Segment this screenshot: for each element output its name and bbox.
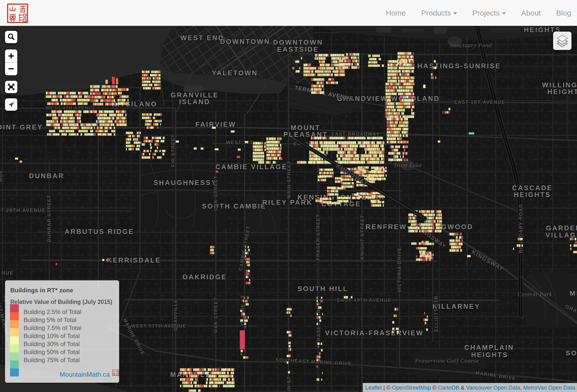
svg-text:OAK STREET: OAK STREET (213, 175, 218, 211)
svg-text:ELLIOTT STR: ELLIOTT STR (434, 296, 439, 332)
svg-text:EAST BROADWAY: EAST BROADWAY (331, 132, 380, 137)
svg-text:DUNBAR: DUNBAR (29, 172, 64, 180)
svg-text:HASTINGS-SUNRISE: HASTINGS-SUNRISE (417, 62, 501, 70)
svg-text:MAIN ST: MAIN ST (286, 376, 292, 392)
svg-text:GRANVILLE: GRANVILLE (171, 91, 219, 99)
svg-text:CAMBIE VILLAGE: CAMBIE VILLAGE (215, 163, 287, 171)
svg-text:NUE: NUE (0, 170, 3, 182)
svg-text:NUE: NUE (2, 270, 14, 276)
svg-text:MAIN STREET: MAIN STREET (286, 161, 292, 199)
svg-text:SHAUGHNESSY: SHAUGHNESSY (154, 179, 217, 186)
svg-text:VICTORIA-FRASERVIEW: VICTORIA-FRASERVIEW (325, 329, 423, 337)
svg-text:WEST 4TH AVENUE: WEST 4TH AVENUE (46, 105, 96, 110)
svg-text:ME: ME (570, 290, 577, 297)
svg-text:OAK STREET: OAK STREET (213, 297, 218, 333)
svg-text:KILLARNEY: KILLARNEY (432, 303, 480, 310)
svg-text:MOUNT: MOUNT (291, 124, 321, 132)
svg-text:CASCADE: CASCADE (512, 184, 553, 192)
svg-text:HEIGHTS: HEIGHTS (547, 88, 577, 96)
svg-text:Sanctuary Pond: Sanctuary Pond (450, 42, 492, 48)
svg-text:SOUTH HILL: SOUTH HILL (298, 285, 348, 293)
svg-text:DOWNTOWN: DOWNTOWN (273, 39, 323, 46)
svg-text:FIR STREET: FIR STREET (170, 134, 176, 167)
svg-text:GARDEN: GARDEN (546, 224, 577, 232)
svg-text:Fraserview Golf Course: Fraserview Golf Course (415, 357, 479, 364)
svg-text:POINT GREY: POINT GREY (0, 123, 43, 131)
svg-text:VICTORIA DRIVE: VICTORIA DRIVE (397, 247, 402, 292)
svg-text:ARBUTUS RIDGE: ARBUTUS RIDGE (64, 228, 134, 235)
svg-text:KNIGHT STREET: KNIGHT STREET (359, 215, 365, 259)
svg-text:EAST-1ST-AVENUE: EAST-1ST-AVENUE (454, 99, 505, 105)
svg-text:OAKRIDGE: OAKRIDGE (182, 273, 227, 281)
svg-text:CHAMPLAIN: CHAMPLAIN (464, 344, 514, 351)
svg-text:HEIGHTS: HEIGHTS (514, 191, 551, 199)
svg-text:YALETOWN: YALETOWN (212, 69, 258, 77)
svg-text:DUNBAR STREET: DUNBAR STREET (46, 195, 52, 242)
svg-text:ST 29TH AVENUE: ST 29TH AVENUE (0, 208, 46, 213)
svg-text:GRANVILLE: GRANVILLE (173, 299, 178, 331)
svg-text:Trout Lake: Trout Lake (393, 162, 422, 168)
svg-text:KERRISDALE: KERRISDALE (107, 256, 161, 264)
svg-text:ISLAND: ISLAND (179, 98, 210, 106)
svg-text:Central Park: Central Park (518, 291, 552, 297)
svg-text:DOWNTOWN: DOWNTOWN (220, 38, 270, 45)
svg-text:FRASER STREET: FRASER STREET (315, 214, 321, 260)
svg-text:WILLINGDO: WILLINGDO (542, 81, 577, 89)
svg-text:WEST 57TH AVENUE: WEST 57TH AVENUE (131, 323, 187, 329)
svg-text:SOUTH CAMBIE: SOUTH CAMBIE (202, 203, 266, 210)
svg-text:EASTSIDE: EASTSIDE (277, 46, 319, 53)
svg-text:SOU: SOU (566, 349, 577, 357)
svg-text:WEST END: WEST END (180, 34, 224, 42)
